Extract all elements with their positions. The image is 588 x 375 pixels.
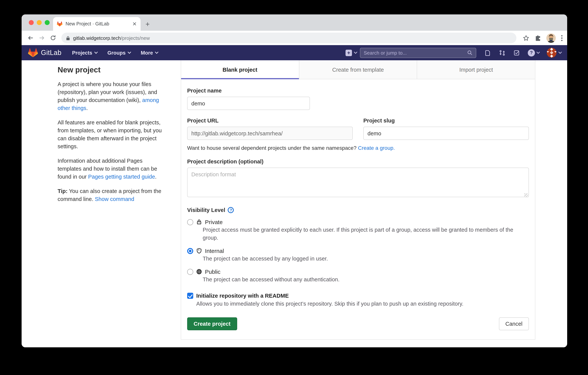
chevron-down-icon [558,52,562,54]
sidebar-paragraph: A project is where you house your files … [58,80,168,112]
public-desc: The project can be accessed without any … [187,276,529,284]
tip-label: Tip: [58,188,68,194]
search-icon [467,50,472,55]
browser-menu-icon[interactable] [561,35,563,41]
browser-profile-avatar[interactable] [546,33,556,43]
navbar-search[interactable] [360,48,476,58]
extensions-puzzle-icon[interactable] [535,35,541,41]
project-name-label: Project name [187,88,529,94]
project-name-input[interactable] [187,97,310,110]
private-label[interactable]: Private [205,219,223,225]
visibility-option-private: Private Project access must be granted e… [187,219,529,242]
browser-toolbar: gitlab.widgetcorp.tech/projects/new [21,31,567,45]
sidebar-tip: Tip: You can also create a project from … [58,187,168,203]
nav-more-menu[interactable]: More [141,50,158,55]
tab-import-project[interactable]: Import project [417,60,535,79]
private-radio[interactable] [187,219,193,225]
visibility-option-internal: Internal The project can be accessed by … [187,248,529,263]
project-slug-input[interactable] [363,127,529,140]
shield-icon [196,248,202,254]
sidebar-paragraph: Information about additional Pages templ… [58,157,168,181]
issues-icon[interactable] [484,49,491,56]
url-text: gitlab.widgetcorp.tech/projects/new [73,34,150,41]
gitlab-navbar: GitLab Projects Groups More + [21,45,567,60]
help-icon: ? [528,49,535,56]
chevron-down-icon [155,52,158,54]
internal-radio[interactable] [187,248,193,254]
public-label[interactable]: Public [205,268,220,275]
user-avatar [547,48,556,58]
new-menu-plus-icon[interactable]: + [346,49,352,56]
help-menu[interactable]: ? [528,49,540,56]
tab-close-icon[interactable]: ✕ [132,21,137,27]
search-input[interactable] [364,50,467,55]
readme-label[interactable]: Initialize repository with a README [196,293,289,299]
browser-tab[interactable]: New Project · GitLab ✕ [53,17,141,31]
resize-grip-icon[interactable] [524,193,528,197]
form-actions: Create project Cancel [187,317,529,330]
tab-blank-project[interactable]: Blank project [181,60,299,79]
create-project-button[interactable]: Create project [187,317,237,330]
project-description-textarea[interactable] [187,168,529,197]
chevron-down-icon [127,52,131,54]
visibility-option-public: Public The project can be accessed witho… [187,268,529,284]
project-url-input[interactable] [187,127,353,140]
tab-create-from-template[interactable]: Create from template [299,60,417,79]
readme-desc: Allows you to immediately clone this pro… [187,301,529,307]
browser-titlebar: New Project · GitLab ✕ + [21,14,567,31]
url-domain: gitlab.widgetcorp.tech [73,35,121,41]
readme-row: Initialize repository with a README [187,293,529,299]
pages-guide-link[interactable]: Pages getting started guide [88,174,155,180]
browser-window: New Project · GitLab ✕ + gitlab.widgetco… [21,14,567,347]
readme-checkbox[interactable] [187,293,193,299]
nav-more-label: More [141,50,153,55]
internal-label[interactable]: Internal [205,248,224,254]
lock-icon [66,35,70,40]
maximize-window-button[interactable] [45,20,50,25]
description-wrap [187,168,529,199]
address-bar[interactable]: gitlab.widgetcorp.tech/projects/new [61,33,516,43]
cancel-button[interactable]: Cancel [499,317,529,330]
namespace-helper: Want to house several dependent projects… [187,145,529,151]
navbar-menu: Projects Groups More [72,50,158,55]
sidebar-p3-end: . [155,174,157,180]
new-tab-button[interactable]: + [146,20,150,28]
user-menu[interactable] [547,48,562,58]
show-command-link[interactable]: Show command [95,196,134,202]
sidebar-paragraph: All features are enabled for blank proje… [58,119,168,151]
visibility-help-icon[interactable]: ? [228,207,234,213]
navbar-right: + ? [346,48,562,58]
gitlab-logo-icon[interactable] [28,48,38,57]
sidebar-p1-end: . [86,105,88,111]
tab-title: New Project · GitLab [65,21,129,27]
gitlab-wordmark[interactable]: GitLab [41,49,61,57]
page-title: New project [58,66,168,74]
private-desc: Project access must be granted explicitl… [187,226,529,242]
chevron-down-icon [536,52,540,54]
minimize-window-button[interactable] [37,20,42,25]
merge-requests-icon[interactable] [499,49,505,56]
nav-projects-menu[interactable]: Projects [72,50,98,55]
project-slug-label: Project slug [363,118,529,124]
refresh-icon[interactable] [49,33,57,43]
todos-icon[interactable] [513,49,520,56]
chevron-down-icon[interactable] [354,52,357,54]
project-type-tabs: Blank project Create from template Impor… [181,60,535,79]
nav-groups-menu[interactable]: Groups [107,50,131,55]
bookmark-star-icon[interactable] [523,35,529,41]
globe-icon [196,269,202,275]
visibility-level-row: Visibility Level ? [187,207,529,213]
create-a-group-link[interactable]: Create a group. [358,145,395,151]
project-description-label: Project description (optional) [187,158,529,165]
blank-project-form: Project name Project URL Project slug Wa… [181,79,535,339]
nav-groups-label: Groups [107,50,126,55]
nav-projects-label: Projects [72,50,92,55]
close-window-button[interactable] [29,20,34,25]
internal-desc: The project can be accessed by any logge… [187,255,529,263]
public-radio[interactable] [187,269,193,275]
forward-icon[interactable] [37,33,46,43]
lock-icon [196,219,202,225]
browser-actions [523,33,563,43]
visibility-level-label: Visibility Level [187,207,225,213]
back-icon[interactable] [26,33,35,43]
